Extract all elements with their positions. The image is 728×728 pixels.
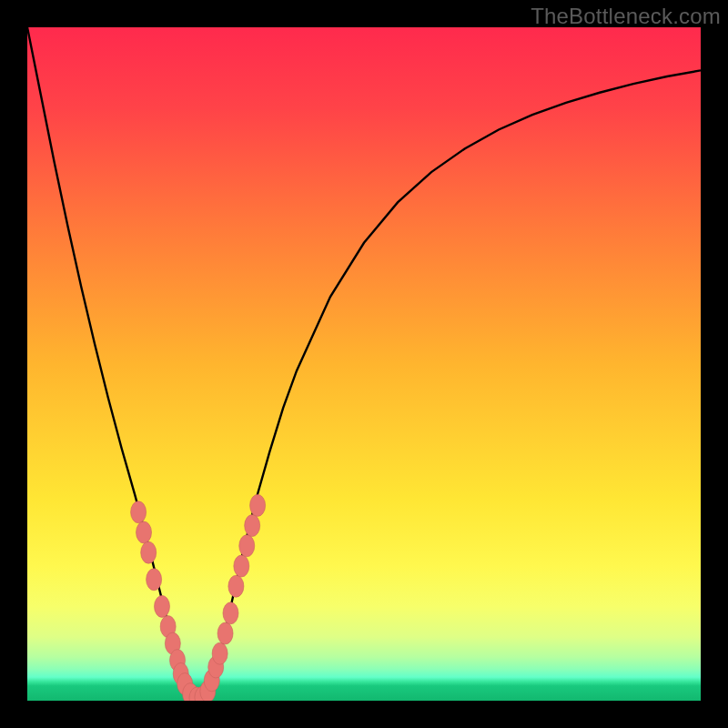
data-marker [155,595,170,617]
data-marker [223,602,238,624]
data-marker [234,555,249,577]
chart-frame: TheBottleneck.com [0,0,728,728]
gradient-background [27,27,701,701]
bottleneck-curve-plot [27,27,701,701]
data-marker [228,575,244,597]
data-marker [245,515,260,537]
data-marker [217,622,233,644]
data-marker [136,521,152,543]
data-marker [212,642,228,664]
watermark-text: TheBottleneck.com [531,4,721,29]
data-marker [147,569,162,591]
data-marker [239,535,255,557]
data-marker [131,501,147,523]
data-marker [141,541,157,563]
data-marker [250,494,266,516]
